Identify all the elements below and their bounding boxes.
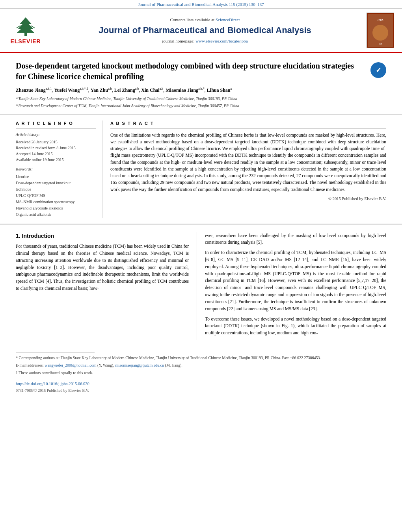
homepage-line: journal homepage: www.elsevier.com/locat…: [47, 38, 363, 44]
abstract-text: One of the limitations with regards to t…: [110, 132, 386, 193]
intro-section-title: 1. Introduction: [16, 232, 189, 240]
star-footnote: * Corresponding authors at: Tianjin Stat…: [16, 355, 386, 361]
history-label: Article history:: [16, 132, 96, 137]
info-abstract-section: A R T I C L E I N F O Article history: R…: [0, 115, 402, 224]
intro-right-para2: In order to characterize the chemical pr…: [205, 249, 386, 312]
email1-link[interactable]: wangyuefei_2006@hotmail.com: [45, 363, 96, 367]
intro-right-para1: ever, researchers have been challenged b…: [205, 232, 386, 247]
issn-line: 0731-7085/© 2015 Published by Elsevier B…: [16, 388, 386, 393]
intro-right-para3: To overcome these issues, we developed a…: [205, 316, 386, 337]
revised-date: Received in revised form 8 June 2015: [16, 146, 76, 150]
keyword-4: MS–NMR combination spectroscopy: [16, 199, 96, 205]
body-content: 1. Introduction For thousands of years, …: [0, 224, 402, 348]
email-footnote: E-mail addresses: wangyuefei_2006@hotmai…: [16, 362, 386, 368]
keywords-label: Keywords:: [16, 167, 96, 172]
elsevier-wordmark: ELSEVIER: [10, 38, 41, 46]
keyword-2: Dose-dependent targeted knockouttechniqu…: [16, 180, 96, 193]
affiliation-b: ᵇ Research and Development Center of TCM…: [16, 103, 386, 109]
crossmark-badge: ✓: [370, 62, 386, 78]
keywords-list: Licorice Dose-dependent targeted knockou…: [16, 174, 96, 218]
keyword-3: UPLC-Q/TOF MS: [16, 193, 96, 199]
banner-text: Journal of Pharmaceutical and Biomedical…: [138, 2, 264, 7]
body-right-column: ever, researchers have been challenged b…: [197, 232, 386, 340]
article-info-label: A R T I C L E I N F O: [16, 120, 96, 128]
keyword-1: Licorice: [16, 174, 96, 180]
journal-header: ELSEVIER Contents lists available at Sci…: [0, 9, 402, 53]
contents-line: Contents lists available at ScienceDirec…: [47, 17, 363, 23]
journal-banner: Journal of Pharmaceutical and Biomedical…: [0, 0, 402, 9]
keyword-6: Organic acid alkaloids: [16, 211, 96, 218]
footnote1-text: 1 These authors contributed equally to t…: [16, 370, 386, 376]
article-dates: Received 28 January 2015 Received in rev…: [16, 139, 96, 163]
accepted-date: Accepted 14 June 2015: [16, 152, 53, 156]
bottom-links: http://dx.doi.org/10.1016/j.jpba.2015.06…: [0, 377, 402, 399]
journal-title-block: Contents lists available at ScienceDirec…: [47, 17, 363, 44]
body-left-column: 1. Introduction For thousands of years, …: [16, 232, 197, 340]
received-date: Received 28 January 2015: [16, 140, 58, 144]
journal-title: Journal of Pharmaceutical and Biomedical…: [47, 24, 363, 37]
email2-link[interactable]: miaomiaojiang@tjutcm.edu.cn: [115, 363, 164, 367]
svg-point-9: [372, 25, 388, 41]
footnote-area: * Corresponding authors at: Tianjin Stat…: [0, 348, 402, 376]
sciencedirect-link[interactable]: ScienceDirect: [216, 17, 240, 22]
svg-text:115: 115: [379, 43, 382, 45]
journal-cover-image: JPBA 115: [367, 13, 394, 48]
online-date: Available online 19 June 2015: [16, 158, 63, 162]
authors-line: Zhenzuo Jianga,b,1, Yuefei Wanga,b,*,1, …: [16, 87, 386, 94]
elsevier-logo: ELSEVIER: [8, 15, 43, 46]
intro-left-para1: For thousands of years, traditional Chin…: [16, 243, 189, 292]
elsevier-tree-icon: [12, 15, 39, 37]
article-info-column: A R T I C L E I N F O Article history: R…: [16, 120, 102, 217]
abstract-column: A B S T R A C T One of the limitations w…: [110, 120, 386, 217]
homepage-link[interactable]: www.elsevier.com/locate/jpba: [195, 39, 248, 43]
abstract-label: A B S T R A C T: [110, 120, 386, 128]
copyright-line: © 2015 Published by Elsevier B.V.: [110, 196, 386, 202]
svg-text:JPBA: JPBA: [377, 19, 383, 21]
affiliation-a: ᵃ Tianjin State Key Laboratory of Modern…: [16, 96, 386, 102]
article-title-block: Dose-dependent targeted knockout methodo…: [16, 61, 386, 82]
article-title-section: Dose-dependent targeted knockout methodo…: [0, 53, 402, 115]
keyword-5: Flavanoid glycoside alkaloids: [16, 205, 96, 211]
article-title: Dose-dependent targeted knockout methodo…: [16, 61, 363, 82]
doi-link[interactable]: http://dx.doi.org/10.1016/j.jpba.2015.06…: [16, 381, 386, 387]
